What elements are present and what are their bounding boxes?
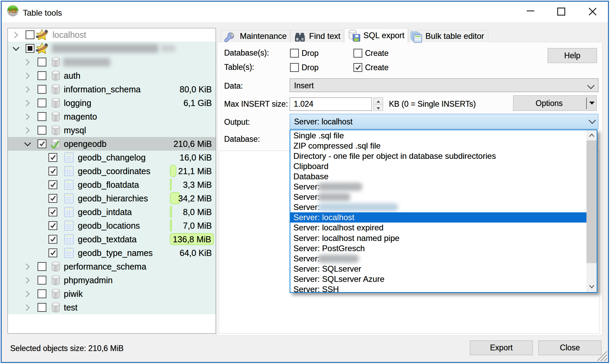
svg-text:HS: HS (9, 8, 17, 14)
